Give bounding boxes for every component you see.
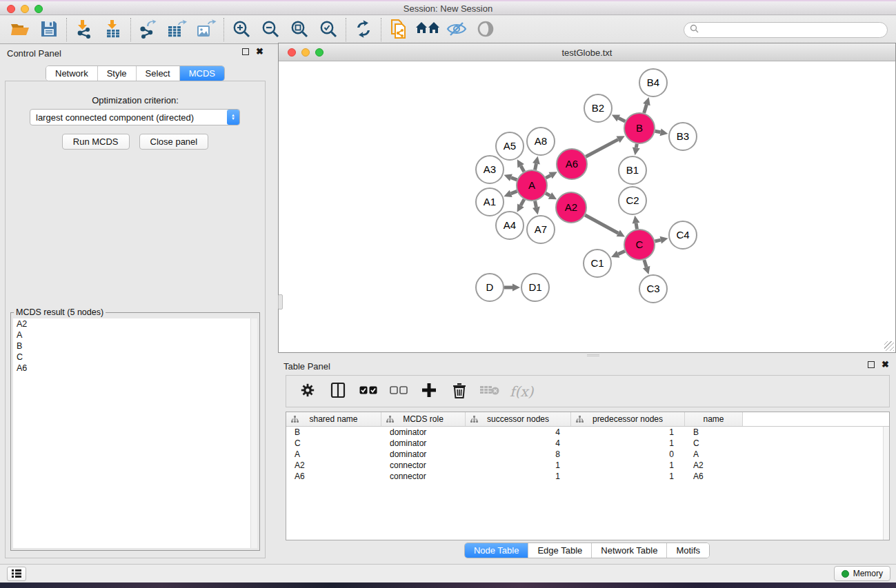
tab-network[interactable]: Network — [46, 66, 98, 81]
memory-button[interactable]: Memory — [834, 566, 890, 581]
result-item-a6[interactable]: A6 — [13, 363, 250, 374]
network-edge-A-A5[interactable] — [517, 159, 524, 172]
zoom-selected-button[interactable] — [314, 17, 343, 42]
tab-network-table[interactable]: Network Table — [592, 543, 667, 558]
network-edge-C-C1[interactable] — [611, 251, 625, 258]
network-edge-A-A1[interactable] — [504, 190, 517, 197]
float-panel-icon[interactable] — [242, 48, 249, 55]
home-pages-button[interactable] — [413, 17, 442, 42]
network-node-A[interactable]: A — [517, 170, 547, 201]
network-edge-A2-C[interactable] — [585, 215, 625, 236]
network-edge-B-B1[interactable] — [633, 144, 640, 156]
network-node-A8[interactable]: A8 — [527, 128, 555, 155]
table-row-a2[interactable]: A2connector11A2 — [286, 460, 889, 471]
show-columns-button[interactable] — [328, 380, 348, 403]
result-item-a2[interactable]: A2 — [13, 318, 250, 330]
network-node-B3[interactable]: B3 — [669, 123, 697, 150]
open-file-button[interactable] — [6, 17, 34, 42]
close-panel-icon[interactable]: ✖ — [256, 48, 263, 55]
network-edge-C-C3[interactable] — [643, 260, 650, 274]
network-edge-B-B2[interactable] — [612, 114, 625, 121]
tab-node-table[interactable]: Node Table — [465, 543, 529, 558]
network-node-A6[interactable]: A6 — [557, 149, 587, 179]
close-panel-button[interactable]: Close panel — [139, 134, 209, 150]
splitter-grip[interactable] — [278, 294, 283, 310]
column-header-predecessor-nodes[interactable]: predecessor nodes — [571, 412, 685, 426]
column-header-successor-nodes[interactable]: successor nodes — [466, 412, 571, 426]
network-node-A3[interactable]: A3 — [476, 156, 504, 183]
tab-select[interactable]: Select — [137, 66, 180, 81]
network-edge-B-B4[interactable] — [643, 97, 650, 113]
zoom-out-button[interactable] — [256, 17, 285, 42]
tab-style[interactable]: Style — [98, 66, 137, 81]
table-row-c[interactable]: Cdominator41C — [286, 438, 889, 449]
network-node-C2[interactable]: C2 — [619, 187, 646, 214]
deselect-all-button[interactable] — [388, 380, 409, 403]
select-all-button[interactable] — [358, 380, 379, 403]
function-builder-button[interactable]: f(x) — [510, 383, 533, 400]
export-image-button[interactable] — [192, 17, 221, 42]
network-node-B1[interactable]: B1 — [619, 156, 646, 184]
table-row-b[interactable]: Bdominator41B — [286, 427, 889, 438]
tab-mcds[interactable]: MCDS — [180, 66, 224, 81]
column-header-name[interactable]: name — [685, 412, 743, 426]
network-node-B2[interactable]: B2 — [584, 94, 612, 122]
export-table-button[interactable] — [163, 17, 192, 42]
save-session-button[interactable] — [34, 17, 63, 42]
refresh-button[interactable] — [349, 17, 378, 42]
float-panel-icon[interactable] — [868, 361, 875, 368]
network-node-A7[interactable]: A7 — [527, 216, 555, 243]
zoom-fit-button[interactable] — [285, 17, 314, 42]
show-details-button[interactable] — [471, 17, 500, 42]
network-edge-A-A8[interactable] — [532, 156, 540, 170]
copy-network-button[interactable] — [384, 17, 413, 42]
import-network-button[interactable] — [70, 17, 99, 42]
network-node-C1[interactable]: C1 — [584, 250, 611, 277]
network-node-B4[interactable]: B4 — [639, 69, 667, 97]
import-table-button[interactable] — [99, 17, 128, 42]
task-history-button[interactable] — [7, 567, 26, 581]
result-item-c[interactable]: C — [13, 352, 250, 363]
result-list-scrollbar[interactable] — [250, 318, 257, 548]
network-node-C3[interactable]: C3 — [639, 275, 667, 303]
network-edge-A-A7[interactable] — [532, 201, 540, 215]
search-box[interactable] — [684, 22, 888, 38]
network-node-D1[interactable]: D1 — [521, 274, 549, 301]
export-network-button[interactable] — [134, 17, 163, 42]
column-header-shared-name[interactable]: shared name — [286, 412, 381, 426]
run-mcds-button[interactable]: Run MCDS — [62, 134, 130, 150]
result-item-b[interactable]: B — [13, 341, 250, 352]
network-node-A4[interactable]: A4 — [496, 212, 524, 239]
network-edge-A-A6[interactable] — [546, 172, 557, 179]
network-edge-B-B3[interactable] — [655, 128, 668, 136]
search-input[interactable] — [702, 25, 882, 34]
network-node-A5[interactable]: A5 — [496, 132, 524, 160]
network-edge-A-A2[interactable] — [546, 192, 557, 199]
network-node-A1[interactable]: A1 — [476, 188, 504, 216]
panel-divider[interactable] — [278, 353, 896, 358]
delete-column-button[interactable] — [449, 380, 470, 403]
network-edge-A6-B[interactable] — [586, 136, 624, 156]
network-node-D[interactable]: D — [476, 274, 504, 301]
tab-edge-table[interactable]: Edge Table — [528, 543, 592, 558]
table-row-a6[interactable]: A6connector11A6 — [286, 471, 889, 482]
network-canvas[interactable]: AA1A2A3A4A5A6A7A8BB1B2B3B4CC1C2C3C4DD1 — [279, 61, 895, 352]
table-settings-button[interactable] — [297, 380, 318, 403]
network-edge-C-C4[interactable] — [655, 236, 668, 244]
window-resize-grip[interactable] — [884, 341, 894, 351]
delete-table-button[interactable] — [479, 380, 500, 403]
table-scrollbar[interactable] — [883, 427, 889, 540]
network-edge-A-A3[interactable] — [504, 174, 517, 181]
close-panel-icon[interactable]: ✖ — [882, 361, 889, 368]
hide-details-button[interactable] — [442, 17, 471, 42]
table-row-a[interactable]: Adominator80A — [286, 449, 889, 460]
zoom-in-button[interactable] — [227, 17, 256, 42]
network-node-C[interactable]: C — [624, 230, 655, 260]
network-node-C4[interactable]: C4 — [669, 221, 697, 249]
result-item-a[interactable]: A — [13, 330, 250, 341]
tab-motifs[interactable]: Motifs — [667, 543, 709, 558]
network-edge-A-A4[interactable] — [517, 199, 524, 212]
network-edge-D-D1[interactable] — [504, 284, 520, 292]
add-column-button[interactable] — [419, 380, 439, 403]
network-node-B[interactable]: B — [624, 113, 655, 143]
